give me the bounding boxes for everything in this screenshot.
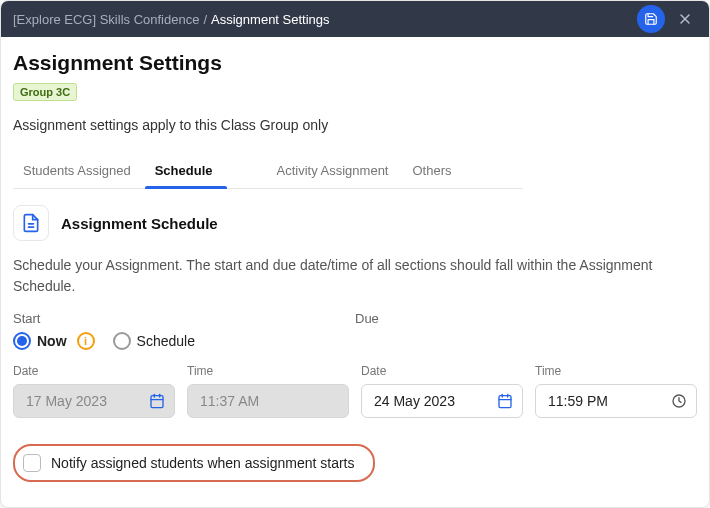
start-time-label: Time [187,364,349,378]
breadcrumb-current: Assignment Settings [211,12,330,27]
tab-activity-assignment[interactable]: Activity Assignment [267,155,403,188]
start-radio-group: Now i Schedule [13,332,697,350]
radio-schedule-label: Schedule [137,333,195,349]
start-date-label: Date [13,364,175,378]
dialog-window: [Explore ECG] Skills Confidence / Assign… [0,0,710,508]
start-time-field: Time 11:37 AM [187,364,349,418]
calendar-icon [496,392,514,410]
dialog-header: [Explore ECG] Skills Confidence / Assign… [1,1,709,37]
section-description: Schedule your Assignment. The start and … [13,255,697,297]
start-time-value: 11:37 AM [200,393,259,409]
tab-students-assigned[interactable]: Students Assigned [13,155,145,188]
due-date-field: Date 24 May 2023 [361,364,523,418]
schedule-section: Assignment Schedule Schedule your Assign… [13,205,697,482]
start-date-value: 17 May 2023 [26,393,107,409]
section-title: Assignment Schedule [61,215,218,232]
due-date-label: Date [361,364,523,378]
dialog-body: Assignment Settings Group 3C Assignment … [1,37,709,494]
breadcrumb-separator: / [203,12,207,27]
due-time-input[interactable]: 11:59 PM [535,384,697,418]
due-time-value: 11:59 PM [548,393,608,409]
breadcrumb-context: [Explore ECG] Skills Confidence [13,12,199,27]
due-time-label: Time [535,364,697,378]
start-date-input: 17 May 2023 [13,384,175,418]
section-heading: Assignment Schedule [13,205,697,241]
start-time-input: 11:37 AM [187,384,349,418]
due-label: Due [355,311,697,326]
schedule-tile-icon [13,205,49,241]
start-date-field: Date 17 May 2023 [13,364,175,418]
svg-rect-8 [499,396,511,408]
start-label: Start [13,311,355,326]
radio-now[interactable]: Now [13,332,67,350]
close-icon [677,11,693,27]
save-icon [644,12,658,26]
calendar-icon [148,392,166,410]
scope-description: Assignment settings apply to this Class … [13,117,697,133]
due-date-input[interactable]: 24 May 2023 [361,384,523,418]
radio-now-label: Now [37,333,67,349]
tab-others[interactable]: Others [403,155,466,188]
tabs: Students Assigned Schedule Activity Assi… [13,155,523,189]
info-icon[interactable]: i [77,332,95,350]
start-due-labels: Start Due [13,311,697,332]
notify-label: Notify assigned students when assignment… [51,455,355,471]
page-title: Assignment Settings [13,51,697,75]
tab-schedule[interactable]: Schedule [145,155,227,188]
save-button[interactable] [637,5,665,33]
radio-schedule[interactable]: Schedule [113,332,195,350]
notify-checkbox[interactable] [23,454,41,472]
clock-icon [670,392,688,410]
due-date-value: 24 May 2023 [374,393,455,409]
close-button[interactable] [671,5,699,33]
date-time-grid: Date 17 May 2023 Time 11:37 AM Date [13,364,697,418]
notify-row: Notify assigned students when assignment… [13,444,375,482]
group-chip: Group 3C [13,83,77,101]
document-icon [21,213,41,233]
due-time-field: Time 11:59 PM [535,364,697,418]
svg-rect-4 [151,396,163,408]
